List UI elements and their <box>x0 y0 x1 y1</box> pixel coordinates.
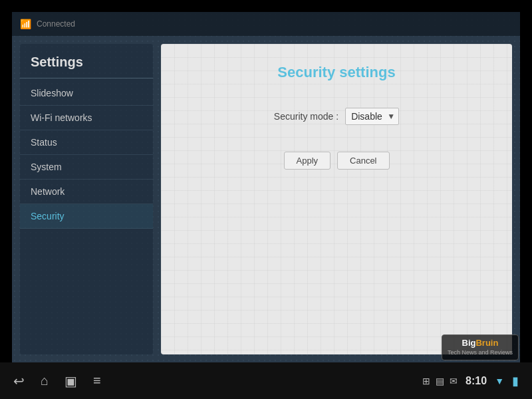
clock: 8:10 <box>466 375 487 387</box>
home-button[interactable]: ⌂ <box>41 373 49 388</box>
sidebar: Settings Slideshow Wi-Fi networks Status… <box>20 44 153 354</box>
watermark-subtitle: Tech News and Reviews <box>448 349 513 357</box>
sidebar-item-status[interactable]: Status <box>20 130 153 155</box>
nav-bar: ↩ ⌂ ▣ ≡ ⊞ ▤ ✉ 8:10 ▼ ▮ <box>0 362 532 399</box>
watermark: BigBruin Tech News and Reviews <box>442 334 519 360</box>
apply-button[interactable]: Apply <box>284 152 331 170</box>
nav-left: ↩ ⌂ ▣ ≡ <box>13 373 101 389</box>
top-bar: 📶 Connected <box>12 12 520 36</box>
watermark-title: BigBruin <box>448 338 513 349</box>
sidebar-item-network[interactable]: Network <box>20 180 153 204</box>
sidebar-title: Settings <box>20 55 153 78</box>
connected-label: Connected <box>37 19 75 29</box>
content-area: Settings Slideshow Wi-Fi networks Status… <box>12 36 520 362</box>
wifi-nav-icon: ▼ <box>495 376 504 386</box>
sidebar-item-wifi[interactable]: Wi-Fi networks <box>20 106 153 130</box>
cancel-button[interactable]: Cancel <box>337 152 389 170</box>
main-panel: Security settings Security mode : Disabl… <box>161 44 512 354</box>
wifi-status-icon: 📶 <box>20 19 31 29</box>
grid-icon: ⊞ <box>422 376 430 386</box>
recents-button[interactable]: ▣ <box>65 373 77 389</box>
battery-icon: ▮ <box>512 374 519 388</box>
screen: 📶 Connected Settings Slideshow Wi-Fi net… <box>12 12 520 362</box>
sidebar-item-system[interactable]: System <box>20 155 153 180</box>
menu-button[interactable]: ≡ <box>93 373 101 388</box>
nav-right: ⊞ ▤ ✉ 8:10 ▼ ▮ <box>422 374 519 388</box>
mail-icon: ✉ <box>450 376 458 386</box>
button-row: Apply Cancel <box>284 152 390 170</box>
doc-icon: ▤ <box>436 376 444 386</box>
security-mode-select-wrapper: Disable WEP WPA WPA2 ▼ <box>345 108 399 125</box>
security-mode-select[interactable]: Disable WEP WPA WPA2 <box>345 108 399 125</box>
panel-title: Security settings <box>277 64 395 81</box>
security-mode-label: Security mode : <box>274 111 338 122</box>
back-button[interactable]: ↩ <box>13 373 25 389</box>
status-icons: ⊞ ▤ ✉ <box>422 376 458 386</box>
sidebar-item-slideshow[interactable]: Slideshow <box>20 81 153 106</box>
sidebar-item-security[interactable]: Security <box>20 204 153 229</box>
security-mode-row: Security mode : Disable WEP WPA WPA2 ▼ <box>274 108 399 125</box>
